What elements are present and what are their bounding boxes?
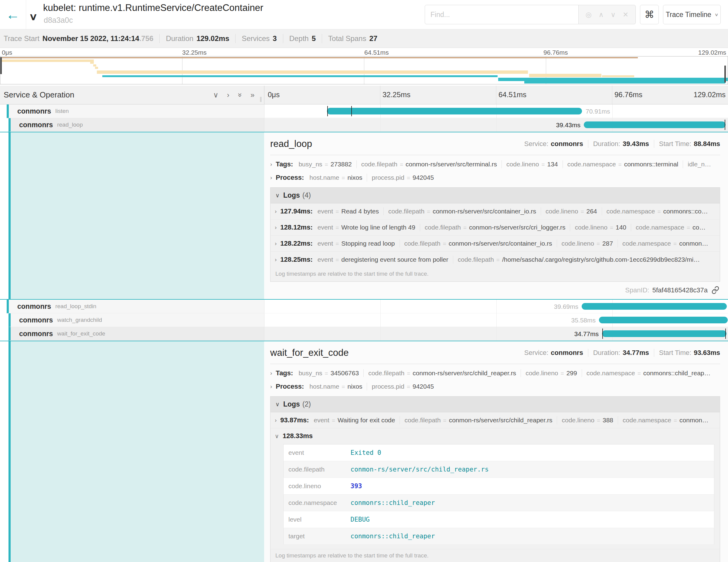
operation-name: wait_for_exit_code [57, 330, 105, 337]
locate-icon[interactable]: ◎ [586, 11, 592, 19]
chevron-down-icon: ∨ [275, 401, 280, 408]
log-marker [327, 106, 328, 116]
logs-header[interactable]: ∨ Logs(4) [270, 188, 720, 203]
detail-title: wait_for_exit_code [270, 347, 349, 358]
log-entry[interactable]: › 128.25ms: eventderegistering event sou… [270, 252, 720, 267]
service-name: conmonrs [19, 330, 53, 338]
minimap-left-handle[interactable] [0, 57, 2, 74]
span-name-cell[interactable]: conmonrswait_for_exit_code [0, 327, 264, 341]
link-icon[interactable] [711, 286, 719, 294]
expand-all-icon[interactable]: » [250, 91, 254, 99]
trace-view-select[interactable]: Trace Timeline ∨ [663, 5, 721, 24]
span-detail-read-loop: read_loop Service:conmonrs Duration:39.4… [0, 132, 728, 300]
log-marker [725, 329, 726, 339]
trace-id: d8a3a0c [44, 16, 73, 25]
trace-summary-bar: Trace StartNovember 15 2022, 11:24:14.75… [0, 29, 728, 48]
detail-gutter [0, 132, 264, 299]
table-row: levelDEBUG [284, 511, 714, 528]
trace-start: Trace StartNovember 15 2022, 11:24:14.75… [4, 34, 153, 43]
keyboard-shortcuts-button[interactable]: ⌘ [640, 5, 659, 24]
trace-view-label: Trace Timeline [666, 11, 711, 19]
minimap-tick-labels: 0μs 32.25ms 64.51ms 96.76ms 129.02ms [0, 48, 728, 56]
chevron-right-icon: › [270, 370, 272, 376]
span-timeline-cell[interactable]: 70.91ms [264, 104, 728, 118]
span-bar[interactable] [582, 303, 727, 310]
process-row[interactable]: › Process: host.namenixos process.pid942… [270, 171, 720, 184]
divider [283, 34, 283, 43]
span-timeline-cell[interactable]: 39.69ms [264, 300, 728, 313]
next-match-icon[interactable]: ∨ [611, 11, 616, 19]
span-name-cell[interactable]: conmonrswatch_grandchild [0, 313, 264, 327]
service-name: conmonrs [17, 107, 51, 115]
service-name: conmonrs [19, 121, 53, 129]
logs-section: ∨ Logs(2) › 93.87ms: eventWaiting for ex… [270, 396, 720, 562]
collapse-one-icon[interactable]: ∨ [213, 91, 219, 99]
minimap-span [0, 57, 638, 58]
span-duration-label: 39.69ms [554, 303, 578, 310]
span-timeline-cell[interactable]: 39.43ms [264, 118, 728, 132]
collapse-all-icon[interactable]: » [236, 93, 244, 97]
trace-services: Services3 [242, 34, 277, 43]
clear-search-icon[interactable]: ✕ [623, 11, 628, 19]
timeline-tick-labels: 0μs 32.25ms 64.51ms 96.76ms 129.02ms [264, 86, 728, 104]
log-entry[interactable]: › 128.22ms: eventStopping read loop code… [270, 236, 720, 252]
log-marker [351, 106, 352, 116]
minimap-span [93, 64, 96, 66]
back-arrow-icon: ← [6, 6, 20, 23]
table-row: eventExited 0 [284, 444, 714, 461]
log-entry[interactable]: › 127.94ms: eventRead 4 bytes code.filep… [270, 203, 720, 220]
minimap-span [90, 62, 94, 64]
service-operation-header: Service & Operation [4, 90, 74, 100]
span-duration-label: 39.43ms [556, 121, 580, 129]
prev-match-icon[interactable]: ∧ [599, 11, 604, 19]
column-resizer[interactable]: ∥ [260, 96, 262, 102]
span-table-header: Service & Operation ∨ › » » ∥ 0μs 32.25m… [0, 86, 728, 104]
logs-header[interactable]: ∨ Logs(2) [270, 397, 720, 412]
span-name-cell[interactable]: conmonrslisten [0, 104, 264, 118]
span-name-cell[interactable]: conmonrsread_loop [0, 118, 264, 132]
chevron-right-icon: › [275, 208, 277, 215]
minimap-span [95, 67, 98, 69]
chevron-right-icon: › [270, 383, 272, 390]
divider [322, 34, 322, 43]
log-entry-expanded: ∨ 128.33ms eventExited 0 code.filepathco… [270, 428, 720, 549]
span-row-watch-grandchild: conmonrswatch_grandchild 35.58ms [0, 313, 728, 327]
trace-total-spans: Total Spans27 [328, 34, 377, 43]
span-row-read-loop-stdin: conmonrsread_loop_stdin 39.69ms [0, 300, 728, 313]
minimap-span [602, 75, 634, 77]
span-duration-label: 70.91ms [586, 108, 610, 115]
log-entry[interactable]: › 93.87ms: eventWaiting for exit code co… [270, 412, 720, 428]
span-detail-wait-for-exit-code: wait_for_exit_code Service:conmonrs Dura… [0, 341, 728, 562]
operation-name: listen [55, 108, 69, 114]
span-row-wait-for-exit-code: conmonrswait_for_exit_code 34.77ms [0, 327, 728, 341]
log-entry[interactable]: › 128.12ms: eventWrote log line of lengt… [270, 220, 720, 236]
back-button[interactable]: ← [0, 0, 26, 29]
collapse-header-chevron-icon[interactable]: ∨ [29, 11, 38, 22]
minimap-canvas[interactable] [0, 56, 728, 84]
tags-row[interactable]: › Tags: busy_ns34506763 code.filepathcon… [270, 366, 720, 380]
detail-gutter [0, 341, 264, 562]
process-row[interactable]: › Process: host.namenixos process.pid942… [270, 380, 720, 393]
minimap-span [0, 60, 94, 62]
find-input[interactable] [425, 5, 579, 24]
span-timeline-cell[interactable]: 35.58ms [264, 313, 728, 327]
minimap-span [498, 78, 728, 81]
span-bar[interactable] [599, 317, 728, 323]
minimap-right-handle[interactable] [724, 66, 726, 83]
span-timeline-cell[interactable]: 34.77ms [264, 327, 728, 341]
trace-depth: Depth5 [289, 34, 316, 43]
span-bar[interactable] [327, 108, 582, 114]
span-bar[interactable] [584, 121, 726, 128]
trace-title: kubelet: runtime.v1.RuntimeService/Creat… [43, 2, 263, 13]
chevron-right-icon: › [275, 417, 277, 424]
operation-name: read_loop [57, 121, 83, 128]
expand-one-icon[interactable]: › [227, 91, 230, 99]
log-entry-header[interactable]: ∨ 128.33ms [275, 432, 716, 440]
detail-content: wait_for_exit_code Service:conmonrs Dura… [264, 341, 728, 562]
span-name-cell[interactable]: conmonrsread_loop_stdin [0, 300, 264, 313]
minimap-span [524, 81, 725, 83]
span-bar[interactable] [602, 330, 726, 337]
chevron-right-icon: › [270, 174, 272, 181]
tags-row[interactable]: › Tags: busy_ns273882 code.filepathconmo… [270, 158, 720, 171]
find-controls: ◎ ∧ ∨ ✕ [579, 5, 636, 24]
